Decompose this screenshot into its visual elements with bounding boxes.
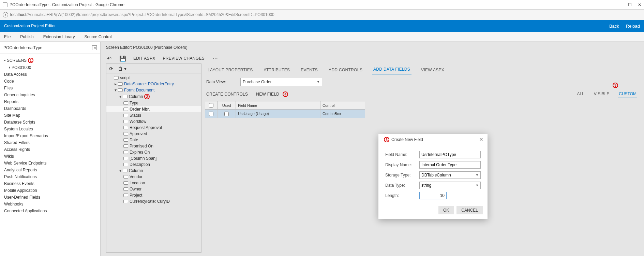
structure-node[interactable]: [Column Span] (106, 155, 201, 161)
new-field-button[interactable]: NEW FIELD (256, 92, 279, 97)
info-icon[interactable]: i (3, 12, 8, 17)
structure-node[interactable]: Owner (106, 186, 201, 192)
undo-icon[interactable]: ↶ (106, 55, 112, 61)
reload-link[interactable]: Reload (626, 24, 640, 29)
menu-publish[interactable]: Publish (20, 34, 33, 39)
structure-node[interactable]: Type (106, 100, 201, 106)
nav-item[interactable]: Shared Filters (4, 139, 96, 146)
structure-node[interactable]: Request Approval (106, 125, 201, 131)
structure-node[interactable]: ▾Column (106, 168, 201, 174)
structure-node[interactable]: Vendor (106, 174, 201, 180)
select-storage-type[interactable]: DBTableColumn▼ (419, 171, 481, 179)
refresh-icon[interactable]: ⟳ (109, 66, 113, 71)
favicon-icon (3, 2, 8, 7)
nav-item[interactable]: Push Notifications (4, 173, 96, 180)
nav-item[interactable]: Data Access (4, 71, 96, 78)
input-field-name[interactable] (419, 151, 481, 158)
tab-layout[interactable]: LAYOUT PROPERTIES (206, 66, 254, 74)
menu-source-control[interactable]: Source Control (84, 34, 111, 39)
nav-item[interactable]: Wikis (4, 153, 96, 160)
structure-node[interactable]: script (106, 75, 201, 81)
filter-visible[interactable]: VISIBLE (593, 90, 610, 98)
tab-view-aspx[interactable]: VIEW ASPX (420, 66, 446, 74)
delete-icon[interactable]: 🗑 ▾ (118, 66, 126, 71)
close-icon[interactable]: ✕ (638, 2, 641, 7)
nav-item[interactable]: System Locales (4, 126, 96, 132)
dataview-select[interactable]: Purchase Order▼ (240, 78, 322, 86)
nav-item[interactable]: Business Events (4, 180, 96, 187)
structure-node[interactable]: ▸DataSource: POOrderEntry (106, 81, 201, 87)
annotation-badge-3: 3 (613, 83, 618, 88)
tab-add-data-fields[interactable]: ADD DATA FIELDS (372, 65, 411, 74)
nav-item[interactable]: Code (4, 78, 96, 85)
edit-aspx-button[interactable]: EDIT ASPX (133, 56, 155, 61)
input-length[interactable] (419, 192, 447, 199)
minimize-icon[interactable]: — (618, 2, 622, 7)
tab-add-controls[interactable]: ADD CONTROLS (327, 66, 364, 74)
select-data-type[interactable]: string▼ (419, 182, 481, 189)
preview-changes-button[interactable]: PREVIEW CHANGES (163, 56, 205, 61)
nav-item[interactable]: Database Scripts (4, 119, 96, 126)
tab-attributes[interactable]: ATTRIBUTES (262, 66, 291, 74)
structure-node[interactable]: Description (106, 161, 201, 168)
structure-node[interactable]: Workflow (106, 118, 201, 125)
nav-screens[interactable]: SCREENS 1 (4, 57, 96, 64)
annotation-badge-4: 4 (283, 91, 288, 97)
maximize-icon[interactable]: ☐ (628, 2, 632, 7)
nav-item[interactable]: Reports (4, 98, 96, 105)
structure-node[interactable]: Date (106, 137, 201, 143)
nav-item[interactable]: Mobile Application (4, 187, 96, 194)
nav-item[interactable]: Dashboards (4, 105, 96, 112)
structure-node[interactable]: Order Nbr. (106, 106, 201, 112)
node-icon (123, 132, 128, 136)
menu-extension-library[interactable]: Extension Library (43, 34, 75, 39)
row-control: ComboBox (320, 110, 365, 118)
dialog-ok-button[interactable]: OK (438, 206, 454, 214)
structure-node[interactable]: Approved (106, 131, 201, 137)
structure-node[interactable]: Location (106, 180, 201, 186)
menu-file[interactable]: File (4, 34, 11, 39)
save-icon[interactable]: 💾 (120, 55, 126, 61)
grid-header-used[interactable]: Used (218, 101, 236, 109)
filter-all[interactable]: ALL (576, 90, 585, 98)
structure-node[interactable]: ▾Column2 (106, 93, 201, 100)
back-link[interactable]: Back (609, 24, 619, 29)
structure-node[interactable]: Status (106, 112, 201, 118)
project-name: POOrderInternalType (3, 45, 42, 50)
nav-item[interactable]: Webhooks (4, 201, 96, 208)
row-used-checkbox[interactable] (224, 112, 229, 116)
dialog-cancel-button[interactable]: CANCEL (456, 206, 483, 214)
grid-header-control[interactable]: Control (320, 101, 365, 109)
nav-item[interactable]: Access Rights (4, 146, 96, 153)
filter-custom[interactable]: CUSTOM (618, 90, 637, 98)
more-icon[interactable]: ⋯ (212, 55, 218, 61)
structure-node[interactable]: Promised On (106, 143, 201, 149)
nav-item[interactable]: Web Service Endpoints (4, 160, 96, 167)
grid-select-all[interactable] (209, 103, 213, 108)
tab-events[interactable]: EVENTS (299, 66, 319, 74)
grid-row[interactable]: UsrUsage (Usage) ComboBox (205, 110, 365, 118)
collapse-nav-icon[interactable]: ◂ (92, 45, 97, 50)
row-select-checkbox[interactable] (209, 112, 213, 116)
nav-item[interactable]: User-Defined Fields (4, 194, 96, 201)
node-icon (123, 157, 128, 160)
nav-item[interactable]: Analytical Reports (4, 167, 96, 173)
tabs: LAYOUT PROPERTIES ATTRIBUTES EVENTS ADD … (205, 63, 639, 74)
structure-node[interactable]: Project (106, 192, 201, 198)
structure-node[interactable]: CurrencyRate: CuryID (106, 198, 201, 204)
input-display-name[interactable] (419, 161, 481, 169)
dialog-close-icon[interactable]: ✕ (479, 137, 483, 143)
nav-item[interactable]: Site Map (4, 112, 96, 119)
url-text[interactable]: localhost/AcumaticaERP/(W(10002))/frames… (10, 12, 274, 17)
nav-item[interactable]: Connected Applications (4, 208, 96, 214)
nav-screen-po301000[interactable]: PO301000 (4, 64, 96, 71)
create-controls-button[interactable]: CREATE CONTROLS (206, 92, 248, 97)
nav-item[interactable]: Files (4, 85, 96, 91)
nav-item[interactable]: Import/Export Scenarios (4, 132, 96, 139)
node-icon (123, 138, 128, 142)
nav-item[interactable]: Generic Inquiries (4, 91, 96, 98)
structure-node[interactable]: ▾Form: Document (106, 87, 201, 93)
grid-header-field[interactable]: Field Name (236, 101, 320, 109)
address-bar: i localhost/AcumaticaERP/(W(10002))/fram… (0, 10, 644, 20)
structure-node[interactable]: Expires On (106, 149, 201, 155)
